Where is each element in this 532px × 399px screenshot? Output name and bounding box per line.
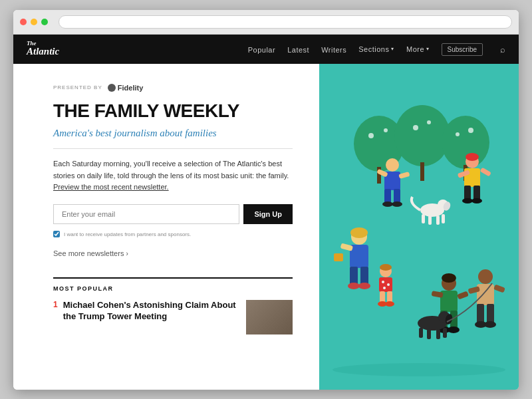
- popular-item-1: 1 Michael Cohen's Astonishing Claim Abou…: [53, 300, 293, 334]
- svg-point-10: [427, 120, 431, 124]
- svg-point-7: [368, 133, 374, 138]
- svg-point-38: [350, 227, 368, 238]
- svg-rect-4: [420, 162, 424, 181]
- partner-updates-checkbox[interactable]: [53, 231, 60, 237]
- svg-rect-67: [477, 304, 484, 324]
- fidelity-logo: Fidelity: [108, 84, 144, 92]
- svg-point-47: [380, 264, 392, 271]
- svg-point-9: [413, 125, 418, 130]
- presented-by-label: PRESENTED BY: [53, 84, 102, 90]
- partner-updates-label: I want to receive updates from partners …: [64, 231, 191, 237]
- nav-item-subscribe[interactable]: Subscribe: [442, 43, 483, 56]
- svg-rect-41: [360, 267, 368, 285]
- address-bar[interactable]: [59, 15, 512, 29]
- left-panel: PRESENTED BY Fidelity THE FAMILY WEEKLY …: [13, 64, 319, 390]
- popular-thumbnail-image-1: [246, 300, 293, 334]
- divider: [53, 148, 293, 149]
- chevron-down-icon: ▾: [391, 46, 394, 52]
- nav-item-search[interactable]: ⌕: [495, 43, 505, 55]
- svg-rect-48: [379, 277, 392, 292]
- newsletter-description: Each Saturday morning, you'll receive a …: [53, 158, 293, 194]
- illustration-svg: [319, 64, 519, 390]
- svg-point-44: [348, 283, 360, 289]
- svg-rect-40: [350, 267, 358, 285]
- svg-point-45: [358, 283, 370, 289]
- svg-rect-66: [477, 284, 494, 305]
- preview-link[interactable]: Preview the most recent newsletter.: [53, 183, 169, 191]
- svg-rect-75: [419, 328, 423, 338]
- nav-item-writers[interactable]: Writers: [321, 43, 346, 55]
- svg-rect-68: [487, 304, 494, 324]
- svg-point-12: [468, 128, 473, 133]
- svg-rect-78: [443, 328, 447, 338]
- svg-point-20: [462, 198, 473, 203]
- svg-point-72: [484, 321, 496, 328]
- fidelity-icon: [108, 84, 116, 92]
- most-popular-section: MOST POPULAR 1 Michael Cohen's Astonishi…: [53, 277, 293, 334]
- svg-rect-32: [394, 189, 400, 203]
- nav-item-popular[interactable]: Popular: [248, 43, 275, 55]
- svg-point-51: [383, 287, 386, 289]
- svg-point-64: [448, 327, 460, 333]
- svg-rect-27: [442, 214, 445, 223]
- minimize-dot[interactable]: [31, 19, 37, 25]
- svg-point-3: [394, 105, 450, 166]
- browser-chrome: [13, 10, 519, 35]
- site-logo: The Atlantic: [27, 41, 59, 57]
- newsletter-subtitle: America's best journalism about families: [53, 128, 293, 139]
- svg-point-8: [384, 128, 388, 132]
- svg-rect-77: [436, 329, 440, 339]
- signup-button[interactable]: Sign Up: [243, 204, 293, 224]
- svg-point-49: [382, 281, 384, 283]
- fidelity-name: Fidelity: [118, 84, 144, 92]
- svg-rect-43: [334, 253, 343, 261]
- email-input[interactable]: [53, 204, 239, 224]
- svg-rect-16: [464, 186, 471, 200]
- checkbox-row: I want to receive updates from partners …: [53, 231, 293, 237]
- svg-rect-25: [428, 215, 432, 225]
- svg-rect-26: [436, 215, 440, 225]
- browser-window: The Atlantic Popular Latest Writers Sect…: [13, 10, 519, 390]
- nav-item-sections[interactable]: Sections ▾: [358, 45, 394, 53]
- svg-rect-17: [473, 186, 480, 200]
- svg-point-29: [386, 158, 399, 172]
- svg-point-14: [466, 153, 479, 161]
- nav-links: Popular Latest Writers Sections ▾ More ▾…: [248, 43, 505, 56]
- illustration-panel: [319, 64, 519, 390]
- logo-atlantic: Atlantic: [27, 46, 59, 57]
- svg-point-57: [442, 273, 456, 283]
- search-icon[interactable]: ⌕: [500, 45, 505, 55]
- main-nav: The Atlantic Popular Latest Writers Sect…: [13, 35, 519, 64]
- nav-item-more[interactable]: More ▾: [406, 45, 430, 53]
- svg-rect-76: [427, 329, 431, 339]
- email-form: Sign Up: [53, 204, 293, 224]
- maximize-dot[interactable]: [41, 19, 48, 25]
- popular-number-1: 1: [53, 300, 58, 309]
- svg-point-5: [442, 116, 489, 169]
- svg-point-80: [332, 363, 505, 376]
- svg-rect-24: [422, 214, 425, 223]
- nav-item-latest[interactable]: Latest: [287, 43, 309, 55]
- most-popular-heading: MOST POPULAR: [53, 285, 293, 292]
- main-content: PRESENTED BY Fidelity THE FAMILY WEEKLY …: [13, 64, 519, 390]
- svg-point-21: [471, 198, 482, 203]
- svg-point-55: [385, 301, 394, 307]
- illustration: [319, 64, 519, 390]
- svg-point-35: [382, 201, 393, 207]
- popular-title-1[interactable]: Michael Cohen's Astonishing Claim About …: [63, 300, 241, 323]
- svg-point-65: [478, 269, 493, 284]
- svg-point-50: [387, 283, 390, 286]
- chevron-right-icon: ›: [126, 250, 128, 257]
- subscribe-button[interactable]: Subscribe: [442, 43, 483, 56]
- chevron-down-icon: ▾: [426, 46, 430, 52]
- close-dot[interactable]: [20, 19, 27, 25]
- svg-rect-31: [384, 189, 391, 203]
- presented-by-row: PRESENTED BY Fidelity: [53, 84, 293, 92]
- svg-point-11: [456, 132, 460, 136]
- more-newsletters-link[interactable]: See more newsletters ›: [53, 249, 128, 257]
- svg-point-36: [392, 201, 402, 207]
- popular-thumbnail-1: [246, 300, 293, 334]
- newsletter-title: THE FAMILY WEEKLY: [53, 101, 293, 122]
